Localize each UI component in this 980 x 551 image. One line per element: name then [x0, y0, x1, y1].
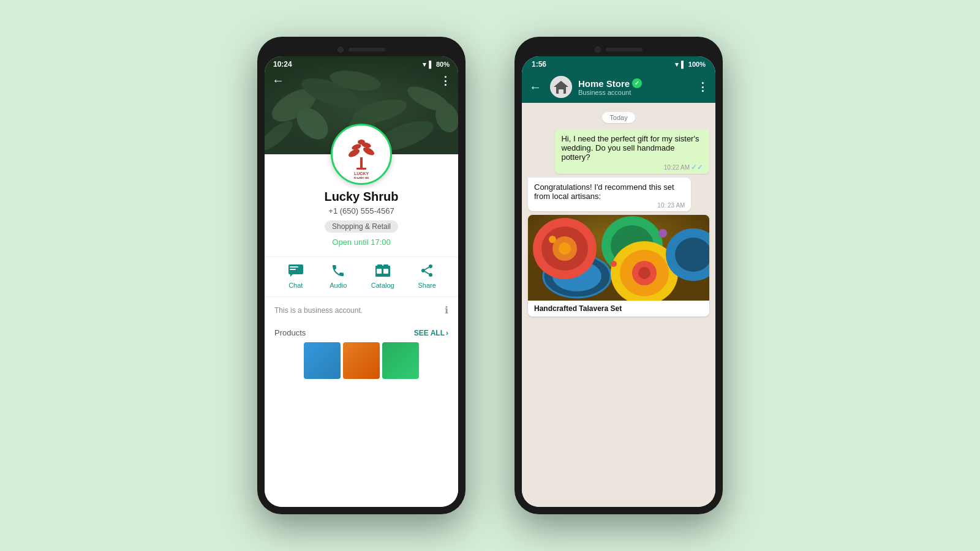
front-camera — [337, 47, 344, 53]
svg-point-50 — [638, 267, 650, 279]
speaker — [349, 48, 385, 51]
business-note: This is a business account. ℹ — [265, 297, 458, 323]
chat-header-info: Home Store ✓ Business account — [578, 78, 691, 96]
chevron-right-icon: › — [446, 329, 448, 337]
svg-line-33 — [425, 268, 429, 270]
catalog-icon — [373, 262, 393, 279]
business-category: Shopping & Retail — [325, 220, 398, 233]
message-sent-1: Hi, I need the perfect gift for my siste… — [555, 129, 709, 174]
info-icon: ℹ — [445, 304, 448, 316]
chat-subtitle: Business account — [578, 89, 691, 96]
audio-icon — [328, 262, 348, 279]
msg-time-1: 10:22 AM ✓✓ — [561, 163, 703, 171]
svg-rect-11 — [360, 157, 363, 168]
phone1-notch — [265, 44, 458, 56]
business-phone: +1 (650) 555-4567 — [328, 206, 394, 216]
more-button[interactable]: ⋮ — [440, 74, 451, 88]
msg-time-2: 10: 23 AM — [534, 202, 685, 209]
product-card-title: Handcrafted Talavera Set — [528, 301, 709, 317]
home-store-avatar — [550, 76, 572, 98]
svg-rect-25 — [377, 264, 382, 267]
status-icons-2: ▾ ▌ 100% — [675, 61, 706, 69]
profile-actions: Chat Audio — [265, 257, 458, 297]
chat-more-button[interactable]: ⋮ — [697, 80, 708, 94]
chat-body: Today Hi, I need the perfect gift for my… — [522, 103, 715, 507]
business-avatar: LUCKY SHRUB — [331, 124, 392, 185]
wifi-icon-2: ▾ — [675, 61, 679, 69]
phone-2: 1:56 ▾ ▌ 100% ← Home Store ✓ — [514, 37, 723, 514]
svg-rect-26 — [383, 264, 388, 267]
share-label: Share — [418, 282, 436, 289]
svg-rect-27 — [377, 269, 382, 274]
catalog-action[interactable]: Catalog — [371, 262, 394, 289]
products-thumbnails — [294, 340, 429, 381]
product-card-image — [528, 215, 709, 301]
status-time-2: 1:56 — [532, 60, 546, 69]
audio-action[interactable]: Audio — [328, 262, 348, 289]
signal-icon: ▌ — [429, 61, 434, 68]
product-thumb-2 — [343, 342, 380, 379]
svg-rect-28 — [383, 269, 388, 274]
profile-content: Lucky Shrub +1 (650) 555-4567 Shopping &… — [265, 154, 458, 507]
svg-rect-21 — [290, 266, 298, 268]
svg-point-31 — [429, 273, 432, 277]
wifi-icon: ▾ — [423, 61, 426, 69]
svg-text:LUCKY: LUCKY — [354, 171, 369, 176]
audio-label: Audio — [330, 282, 347, 289]
svg-point-44 — [559, 242, 571, 255]
profile-header-bg: 10:24 ▾ ▌ 80% ← ⋮ — [265, 56, 458, 154]
svg-point-16 — [358, 140, 365, 144]
share-icon — [417, 262, 437, 279]
phone-1: 10:24 ▾ ▌ 80% ← ⋮ — [257, 37, 466, 514]
svg-point-30 — [421, 269, 425, 272]
svg-rect-37 — [559, 89, 564, 94]
product-thumb-3 — [382, 342, 419, 379]
battery-icon-2: 100% — [688, 61, 706, 68]
phone2-notch — [522, 44, 715, 56]
product-thumb-1 — [304, 342, 341, 379]
chat-back-button[interactable]: ← — [529, 80, 541, 94]
catalog-label: Catalog — [371, 282, 394, 289]
status-icons: ▾ ▌ 80% — [423, 61, 450, 69]
svg-rect-22 — [290, 269, 296, 270]
contact-name: Home Store ✓ — [578, 78, 691, 89]
svg-rect-17 — [356, 168, 366, 170]
back-button[interactable]: ← — [272, 73, 284, 88]
chat-label: Chat — [288, 282, 303, 289]
svg-marker-23 — [290, 274, 293, 277]
share-action[interactable]: Share — [417, 262, 437, 289]
svg-point-55 — [658, 229, 667, 238]
battery-icon: 80% — [436, 61, 450, 68]
signal-icon-2: ▌ — [681, 61, 686, 68]
business-name: Lucky Shrub — [324, 190, 398, 204]
status-time: 10:24 — [273, 60, 292, 69]
svg-text:SHRUB: SHRUB — [354, 176, 369, 179]
phone2-screen: 1:56 ▾ ▌ 100% ← Home Store ✓ — [522, 56, 715, 507]
product-card[interactable]: Handcrafted Talavera Set — [528, 215, 709, 317]
phone1-screen: 10:24 ▾ ▌ 80% ← ⋮ — [265, 56, 458, 507]
svg-point-29 — [429, 264, 432, 268]
date-divider: Today — [528, 111, 709, 123]
products-label: Products — [274, 328, 306, 337]
svg-point-53 — [549, 236, 556, 243]
front-camera-2 — [595, 47, 601, 53]
svg-line-32 — [425, 272, 429, 274]
verified-badge: ✓ — [632, 78, 642, 88]
chat-action[interactable]: Chat — [286, 262, 306, 289]
chat-icon — [286, 262, 306, 279]
chat-header: ← Home Store ✓ Business account ⋮ — [522, 71, 715, 103]
message-received-1: Congratulations! I'd recommend this set … — [528, 178, 691, 211]
business-hours: Open until 17:00 — [332, 238, 390, 247]
see-all-button[interactable]: SEE ALL › — [414, 329, 448, 337]
products-section: Products SEE ALL › — [265, 323, 458, 340]
read-ticks: ✓✓ — [691, 163, 703, 171]
svg-point-54 — [611, 261, 617, 267]
speaker-2 — [606, 48, 643, 51]
status-bar-2: 1:56 ▾ ▌ 100% — [522, 56, 715, 71]
